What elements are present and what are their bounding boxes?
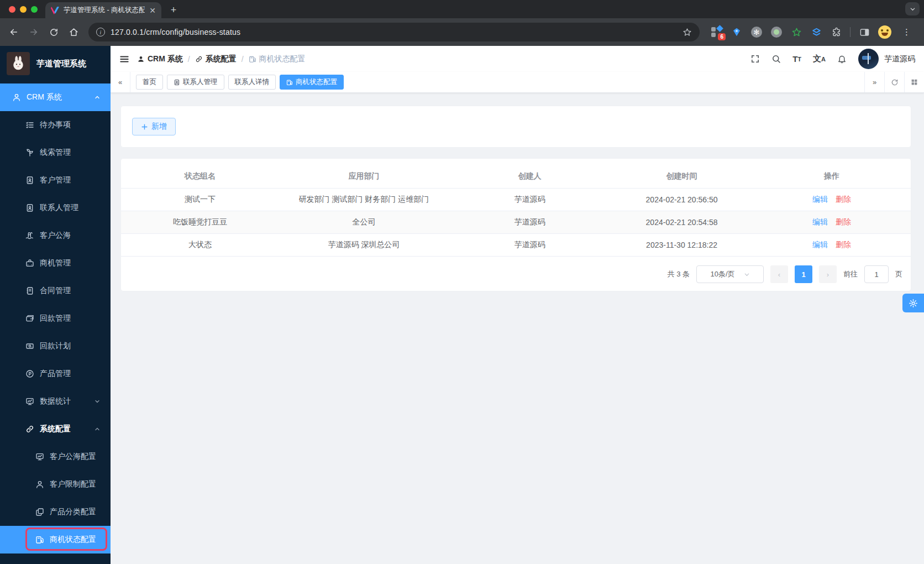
sidebar-item-contracts[interactable]: 合同管理 bbox=[0, 277, 111, 305]
toolbar-card: 新增 bbox=[121, 106, 911, 147]
sidebar-item-business-status-config[interactable]: 商机状态配置 bbox=[0, 526, 111, 553]
user-avatar[interactable] bbox=[858, 49, 879, 69]
browser-menu-icon[interactable]: ⋮ bbox=[899, 27, 914, 37]
fullscreen-button[interactable] bbox=[750, 54, 760, 64]
tab-search-button[interactable] bbox=[905, 2, 920, 15]
tag-contacts[interactable]: 联系人管理 bbox=[167, 75, 224, 90]
tag-label: 首页 bbox=[143, 77, 156, 87]
sidebar-item-leads[interactable]: 线索管理 bbox=[0, 139, 111, 166]
tab-close-icon[interactable]: ✕ bbox=[149, 6, 156, 15]
browser-profile-avatar[interactable] bbox=[878, 25, 891, 39]
home-button[interactable] bbox=[65, 24, 82, 40]
forward-button[interactable] bbox=[25, 24, 42, 40]
username[interactable]: 芋道源码 bbox=[884, 54, 915, 64]
breadcrumb-label: CRM 系统 bbox=[148, 54, 183, 64]
sidebar-item-contacts[interactable]: 联系人管理 bbox=[0, 194, 111, 222]
sidebar-item-product-category-config[interactable]: 产品分类配置 bbox=[0, 498, 111, 526]
sidebar-item-pool-config[interactable]: 客户公海配置 bbox=[0, 443, 111, 471]
browser-tab-title: 芋道管理系统 - 商机状态配置 bbox=[64, 6, 145, 15]
sidebar-item-label: 商机管理 bbox=[40, 258, 71, 268]
refresh-icon bbox=[891, 79, 899, 86]
delete-link[interactable]: 删除 bbox=[836, 217, 851, 226]
table-row: 吃饭睡觉打豆豆 全公司 芋道源码 2024-02-21 20:54:58 编辑删… bbox=[121, 211, 911, 234]
hamburger-icon bbox=[119, 54, 129, 64]
tag-contact-detail[interactable]: 联系人详情 bbox=[228, 75, 276, 90]
tag-home[interactable]: 首页 bbox=[136, 75, 163, 90]
tags-layout-grid-button[interactable] bbox=[904, 72, 924, 92]
extension-drop-icon[interactable] bbox=[731, 26, 743, 38]
page-size-select[interactable]: 10条/页 bbox=[696, 265, 764, 283]
window-zoom-button[interactable] bbox=[31, 6, 38, 13]
site-info-icon[interactable]: i bbox=[96, 28, 105, 36]
add-button[interactable]: 新增 bbox=[132, 118, 176, 135]
settings-drawer-button[interactable] bbox=[902, 294, 924, 312]
page-number-button[interactable]: 1 bbox=[795, 265, 812, 283]
extension-grid-icon[interactable]: 6 bbox=[711, 26, 723, 38]
collapse-menu-button[interactable] bbox=[119, 54, 129, 64]
status-gauge-icon bbox=[249, 55, 256, 63]
grid-icon bbox=[911, 79, 918, 86]
goto-page-input[interactable] bbox=[864, 265, 889, 283]
extensions-puzzle-icon[interactable] bbox=[830, 26, 842, 38]
sidebar-item-customer-pool[interactable]: 客户公海 bbox=[0, 222, 111, 249]
delete-link[interactable]: 删除 bbox=[836, 195, 851, 203]
reload-button[interactable] bbox=[45, 24, 62, 40]
sidebar-item-todo[interactable]: 待办事项 bbox=[0, 111, 111, 139]
breadcrumb-separator: / bbox=[242, 55, 244, 64]
prev-page-button[interactable]: ‹ bbox=[770, 265, 788, 283]
cell-group-name: 测试一下 bbox=[121, 195, 279, 205]
sidebar-item-label: 客户公海 bbox=[40, 231, 71, 241]
sidebar-item-statistics[interactable]: 数据统计 bbox=[0, 388, 111, 415]
breadcrumb-label: 商机状态配置 bbox=[259, 54, 306, 64]
tags-scroll-right-button[interactable]: » bbox=[864, 72, 884, 92]
extension-star-icon[interactable] bbox=[790, 26, 802, 38]
extension-record-icon[interactable] bbox=[770, 26, 783, 38]
language-button[interactable]: 文A bbox=[813, 54, 826, 64]
tags-scroll-left-button[interactable]: « bbox=[111, 72, 130, 92]
sidebar-item-customer-limit-config[interactable]: 客户限制配置 bbox=[0, 471, 111, 498]
sidebar-item-label: 客户限制配置 bbox=[50, 479, 96, 489]
back-button[interactable] bbox=[6, 24, 22, 40]
edit-link[interactable]: 编辑 bbox=[812, 240, 828, 249]
notification-button[interactable] bbox=[837, 54, 847, 64]
new-tab-button[interactable]: + bbox=[166, 2, 181, 18]
extension-layers-icon[interactable] bbox=[810, 26, 822, 38]
tag-business-status-config[interactable]: 商机状态配置 bbox=[280, 75, 344, 90]
tags-refresh-button[interactable] bbox=[884, 72, 904, 92]
sidebar-item-system-config[interactable]: 系统配置 bbox=[0, 415, 111, 443]
sidebar-item-crm[interactable]: CRM 系统 bbox=[0, 83, 111, 111]
sidebar-item-business[interactable]: 商机管理 bbox=[0, 249, 111, 277]
edit-link[interactable]: 编辑 bbox=[812, 195, 828, 203]
sidebar-item-customers[interactable]: 客户管理 bbox=[0, 166, 111, 194]
search-button[interactable] bbox=[771, 54, 781, 64]
window-minimize-button[interactable] bbox=[20, 6, 27, 13]
sidebar-item-receivable-plan[interactable]: 回款计划 bbox=[0, 332, 111, 360]
breadcrumb-item-crm[interactable]: CRM 系统 bbox=[137, 54, 183, 64]
breadcrumb-item-system-config[interactable]: 系统配置 bbox=[195, 54, 237, 64]
window-controls bbox=[0, 0, 45, 18]
chevron-down-icon bbox=[910, 6, 916, 12]
sidebar-item-products[interactable]: 产品管理 bbox=[0, 360, 111, 388]
window-close-button[interactable] bbox=[9, 6, 15, 13]
user-icon bbox=[35, 480, 44, 489]
split-view-icon[interactable] bbox=[858, 26, 870, 38]
contact-book-icon bbox=[25, 203, 34, 212]
address-bar[interactable]: i 127.0.0.1/crm/config/business-status bbox=[88, 23, 700, 41]
chevron-up-icon bbox=[94, 426, 101, 432]
url-text[interactable]: 127.0.0.1/crm/config/business-status bbox=[111, 28, 677, 36]
sidebar-item-label: 合同管理 bbox=[40, 286, 71, 296]
pagination-total: 共 3 条 bbox=[668, 269, 690, 279]
sidebar-item-label: 回款计划 bbox=[40, 341, 71, 351]
delete-link[interactable]: 删除 bbox=[836, 240, 851, 249]
sidebar-item-receivables[interactable]: 回款管理 bbox=[0, 305, 111, 332]
browser-tab[interactable]: 芋道管理系统 - 商机状态配置 ✕ bbox=[45, 2, 161, 18]
next-page-button[interactable]: › bbox=[819, 265, 837, 283]
sidebar-logo[interactable]: 芋道管理系统 bbox=[0, 46, 111, 81]
font-size-button[interactable]: TT bbox=[792, 54, 801, 64]
sidebar: 芋道管理系统 CRM 系统 待办事项 线索管理 客户管理 联系人管 bbox=[0, 46, 111, 564]
extension-snowflake-icon[interactable]: ✻ bbox=[750, 26, 763, 38]
edit-link[interactable]: 编辑 bbox=[812, 217, 828, 226]
bookmark-star-icon[interactable] bbox=[683, 28, 692, 37]
cell-creator: 芋道源码 bbox=[449, 217, 611, 227]
user-icon bbox=[137, 55, 145, 63]
